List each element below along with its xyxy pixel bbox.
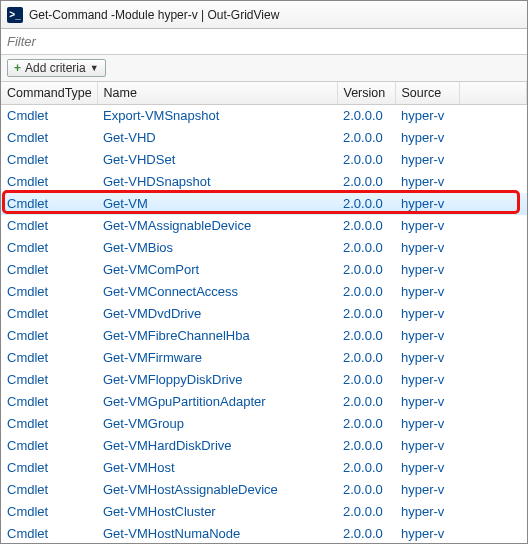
cell-version: 2.0.0.0: [337, 193, 395, 215]
table-row[interactable]: CmdletExport-VMSnapshot2.0.0.0hyper-v: [1, 105, 527, 127]
cell-name: Get-VMDvdDrive: [97, 303, 337, 325]
cell-version: 2.0.0.0: [337, 215, 395, 237]
cell-source: hyper-v: [395, 237, 459, 259]
titlebar: >_ Get-Command -Module hyper-v | Out-Gri…: [1, 1, 527, 29]
cell-version: 2.0.0.0: [337, 281, 395, 303]
cell-version: 2.0.0.0: [337, 325, 395, 347]
cell-source: hyper-v: [395, 369, 459, 391]
column-header-extra[interactable]: [459, 82, 527, 105]
table-row[interactable]: CmdletGet-VMConnectAccess2.0.0.0hyper-v: [1, 281, 527, 303]
cell-extra: [459, 215, 527, 237]
cell-version: 2.0.0.0: [337, 237, 395, 259]
cell-version: 2.0.0.0: [337, 369, 395, 391]
criteria-bar: + Add criteria ▼: [1, 55, 527, 82]
cell-commandtype: Cmdlet: [1, 347, 97, 369]
cell-source: hyper-v: [395, 193, 459, 215]
cell-extra: [459, 347, 527, 369]
cell-commandtype: Cmdlet: [1, 435, 97, 457]
column-header-row: CommandType Name Version Source: [1, 82, 527, 105]
table-row[interactable]: CmdletGet-VMHostNumaNode2.0.0.0hyper-v: [1, 523, 527, 544]
cell-name: Get-VMConnectAccess: [97, 281, 337, 303]
cell-version: 2.0.0.0: [337, 149, 395, 171]
table-row[interactable]: CmdletGet-VMHost2.0.0.0hyper-v: [1, 457, 527, 479]
cell-name: Get-VMFloppyDiskDrive: [97, 369, 337, 391]
table-row[interactable]: CmdletGet-VHD2.0.0.0hyper-v: [1, 127, 527, 149]
plus-icon: +: [14, 61, 21, 75]
table-row[interactable]: CmdletGet-VMHardDiskDrive2.0.0.0hyper-v: [1, 435, 527, 457]
column-header-source[interactable]: Source: [395, 82, 459, 105]
cell-extra: [459, 413, 527, 435]
cell-extra: [459, 369, 527, 391]
cell-commandtype: Cmdlet: [1, 193, 97, 215]
cell-name: Get-VMFibreChannelHba: [97, 325, 337, 347]
cell-extra: [459, 281, 527, 303]
cell-extra: [459, 105, 527, 127]
cell-version: 2.0.0.0: [337, 127, 395, 149]
cell-extra: [459, 435, 527, 457]
cell-name: Get-VMGroup: [97, 413, 337, 435]
table-row[interactable]: CmdletGet-VMGpuPartitionAdapter2.0.0.0hy…: [1, 391, 527, 413]
cell-source: hyper-v: [395, 413, 459, 435]
table-row[interactable]: CmdletGet-VMFibreChannelHba2.0.0.0hyper-…: [1, 325, 527, 347]
table-row[interactable]: CmdletGet-VHDSnapshot2.0.0.0hyper-v: [1, 171, 527, 193]
out-gridview-window: >_ Get-Command -Module hyper-v | Out-Gri…: [0, 0, 528, 544]
cell-source: hyper-v: [395, 347, 459, 369]
cell-extra: [459, 193, 527, 215]
cell-name: Get-VMHostCluster: [97, 501, 337, 523]
table-row[interactable]: CmdletGet-VM2.0.0.0hyper-v: [1, 193, 527, 215]
grid-scroll-region[interactable]: CommandType Name Version Source CmdletEx…: [1, 82, 527, 543]
cell-source: hyper-v: [395, 215, 459, 237]
cell-commandtype: Cmdlet: [1, 149, 97, 171]
add-criteria-button[interactable]: + Add criteria ▼: [7, 59, 106, 77]
cell-commandtype: Cmdlet: [1, 259, 97, 281]
cell-extra: [459, 325, 527, 347]
cell-extra: [459, 479, 527, 501]
cell-source: hyper-v: [395, 523, 459, 544]
cell-name: Get-VHD: [97, 127, 337, 149]
table-row[interactable]: CmdletGet-VMFloppyDiskDrive2.0.0.0hyper-…: [1, 369, 527, 391]
cell-name: Get-VMHardDiskDrive: [97, 435, 337, 457]
cell-commandtype: Cmdlet: [1, 457, 97, 479]
cell-name: Get-VHDSet: [97, 149, 337, 171]
cell-commandtype: Cmdlet: [1, 391, 97, 413]
cell-source: hyper-v: [395, 127, 459, 149]
cell-commandtype: Cmdlet: [1, 127, 97, 149]
column-header-name[interactable]: Name: [97, 82, 337, 105]
cell-extra: [459, 127, 527, 149]
powershell-icon: >_: [7, 7, 23, 23]
cell-commandtype: Cmdlet: [1, 523, 97, 544]
add-criteria-label: Add criteria: [25, 61, 86, 75]
cell-extra: [459, 303, 527, 325]
table-row[interactable]: CmdletGet-VMBios2.0.0.0hyper-v: [1, 237, 527, 259]
table-row[interactable]: CmdletGet-VMAssignableDevice2.0.0.0hyper…: [1, 215, 527, 237]
cell-name: Get-VHDSnapshot: [97, 171, 337, 193]
table-row[interactable]: CmdletGet-VMDvdDrive2.0.0.0hyper-v: [1, 303, 527, 325]
cell-name: Get-VMComPort: [97, 259, 337, 281]
cell-version: 2.0.0.0: [337, 523, 395, 544]
column-header-commandtype[interactable]: CommandType: [1, 82, 97, 105]
cell-commandtype: Cmdlet: [1, 501, 97, 523]
filter-input[interactable]: [1, 29, 527, 54]
cell-name: Export-VMSnapshot: [97, 105, 337, 127]
table-row[interactable]: CmdletGet-VMHostAssignableDevice2.0.0.0h…: [1, 479, 527, 501]
cell-extra: [459, 171, 527, 193]
cell-extra: [459, 501, 527, 523]
cell-commandtype: Cmdlet: [1, 171, 97, 193]
cell-source: hyper-v: [395, 105, 459, 127]
table-row[interactable]: CmdletGet-VMHostCluster2.0.0.0hyper-v: [1, 501, 527, 523]
cell-commandtype: Cmdlet: [1, 369, 97, 391]
cell-name: Get-VMFirmware: [97, 347, 337, 369]
cell-source: hyper-v: [395, 259, 459, 281]
column-header-version[interactable]: Version: [337, 82, 395, 105]
cell-version: 2.0.0.0: [337, 501, 395, 523]
table-row[interactable]: CmdletGet-VMFirmware2.0.0.0hyper-v: [1, 347, 527, 369]
cell-extra: [459, 391, 527, 413]
table-row[interactable]: CmdletGet-VHDSet2.0.0.0hyper-v: [1, 149, 527, 171]
window-title: Get-Command -Module hyper-v | Out-GridVi…: [29, 8, 279, 22]
cell-commandtype: Cmdlet: [1, 105, 97, 127]
table-row[interactable]: CmdletGet-VMComPort2.0.0.0hyper-v: [1, 259, 527, 281]
cell-commandtype: Cmdlet: [1, 325, 97, 347]
cell-name: Get-VMHostNumaNode: [97, 523, 337, 544]
table-row[interactable]: CmdletGet-VMGroup2.0.0.0hyper-v: [1, 413, 527, 435]
cell-commandtype: Cmdlet: [1, 413, 97, 435]
